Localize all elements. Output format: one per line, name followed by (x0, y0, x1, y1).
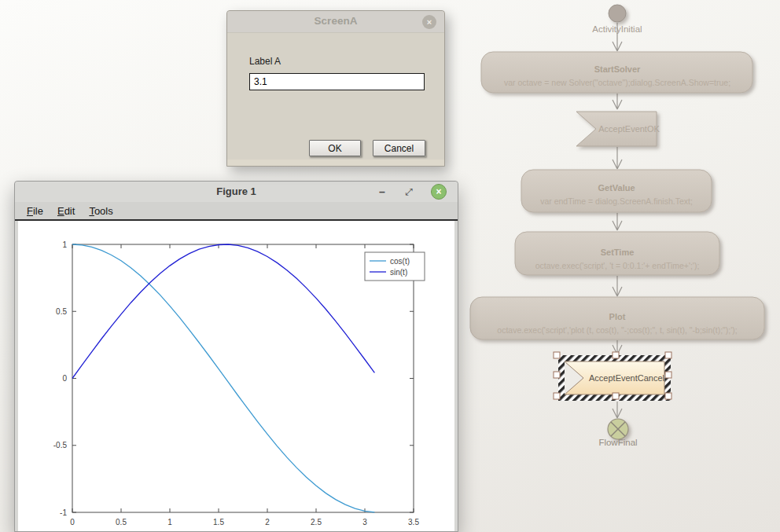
y-tick-label: 0 (62, 374, 67, 383)
series-line-0 (72, 244, 374, 512)
x-tick-label: 0.5 (116, 518, 127, 526)
menu-file[interactable]: File (20, 203, 50, 219)
series-line-1 (72, 244, 374, 379)
figure-canvas: 00.511.522.533.5-1-0.500.51cos(t)sin(t) (18, 221, 454, 531)
value-input[interactable] (249, 73, 425, 90)
node-code: var octave = new Solver("octave");dialog… (504, 78, 730, 87)
x-tick-label: 3.5 (408, 518, 419, 526)
maximize-button[interactable]: ⤢ (401, 184, 417, 200)
x-tick-label: 2.5 (311, 518, 322, 526)
plot-area: 00.511.522.533.5-1-0.500.51cos(t)sin(t) (18, 221, 456, 531)
desktop: ActivityInitial StartSolver var octave =… (0, 0, 780, 532)
node-code: var endTime = dialog.ScreenA.finish.Text… (540, 196, 693, 206)
close-icon[interactable]: × (422, 15, 436, 29)
axes-box (72, 244, 414, 512)
screena-titlebar[interactable]: ScreenA × (227, 11, 444, 33)
x-tick-label: 1.5 (213, 518, 224, 526)
y-tick-label: 1 (62, 240, 67, 249)
node-label: AcceptEventCancel (589, 373, 664, 383)
y-tick-label: -0.5 (53, 441, 68, 449)
node-title: SetTime (601, 248, 635, 257)
window-title: Figure 1 (15, 185, 458, 197)
node-title: GetValue (598, 183, 635, 193)
x-tick-label: 2 (265, 518, 270, 526)
menu-tools[interactable]: Tools (82, 203, 120, 219)
screena-dialog: ScreenA × Label A OK Cancel (226, 10, 445, 167)
node-label: FlowFinal (598, 438, 637, 447)
node-title: StartSolver (594, 64, 641, 74)
ok-button[interactable]: OK (309, 140, 361, 156)
figure-titlebar[interactable]: Figure 1 – ⤢ × (15, 182, 458, 202)
figure-window: Figure 1 – ⤢ × FileEditTools 00.511.522.… (14, 181, 458, 532)
node-start-solver[interactable]: StartSolver var octave = new Solver("oct… (481, 52, 752, 93)
node-set-time[interactable]: SetTime octave.exec('script', 't = 0:0.1… (515, 232, 719, 275)
node-accept-event-ok[interactable]: AcceptEventOK (576, 112, 660, 146)
node-code: octave.exec('script', 't = 0:0.1:'+ endT… (535, 261, 700, 270)
node-code: octave.exec('script','plot (t, cos(t), "… (497, 325, 737, 335)
dialog-title: ScreenA (227, 15, 444, 27)
y-tick-label: 0.5 (56, 307, 67, 316)
node-get-value[interactable]: GetValue var endTime = dialog.ScreenA.fi… (521, 170, 712, 212)
y-tick-label: -1 (60, 508, 67, 517)
menu-edit[interactable]: Edit (50, 203, 82, 219)
node-label: ActivityInitial (592, 24, 642, 34)
x-tick-label: 3 (362, 518, 367, 526)
node-plot[interactable]: Plot octave.exec('script','plot (t, cos(… (470, 297, 764, 339)
close-button[interactable]: × (431, 184, 447, 200)
cancel-button[interactable]: Cancel (373, 140, 425, 156)
initial-node-icon[interactable] (609, 5, 626, 22)
legend-label: cos(t) (390, 257, 410, 266)
dialog-footer (227, 160, 444, 166)
menu-bar: FileEditTools (15, 202, 458, 221)
node-accept-event-cancel[interactable]: AcceptEventCancel (554, 352, 671, 401)
x-tick-label: 0 (70, 518, 75, 526)
label-a-text: Label A (249, 56, 281, 67)
node-title: Plot (609, 312, 626, 321)
node-flow-final[interactable]: FlowFinal (598, 419, 637, 447)
legend-label: sin(t) (390, 268, 407, 277)
x-tick-label: 1 (167, 518, 172, 526)
node-activity-initial[interactable]: ActivityInitial (592, 5, 642, 34)
minimize-button[interactable]: – (374, 184, 390, 200)
node-label: AcceptEventOK (598, 124, 660, 134)
